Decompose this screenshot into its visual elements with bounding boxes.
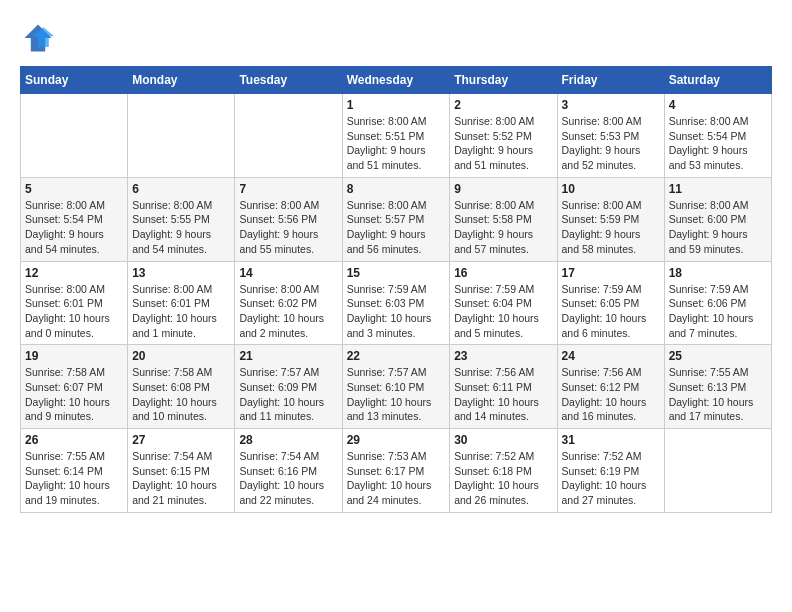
calendar-day-cell: 26Sunrise: 7:55 AMSunset: 6:14 PMDayligh… [21, 429, 128, 513]
calendar-day-cell: 3Sunrise: 8:00 AMSunset: 5:53 PMDaylight… [557, 94, 664, 178]
day-info: Sunrise: 7:52 AMSunset: 6:18 PMDaylight:… [454, 449, 552, 508]
day-number: 30 [454, 433, 552, 447]
calendar-day-cell: 18Sunrise: 7:59 AMSunset: 6:06 PMDayligh… [664, 261, 771, 345]
calendar-day-cell [21, 94, 128, 178]
calendar-header-cell: Saturday [664, 67, 771, 94]
logo-icon [20, 20, 56, 56]
day-number: 9 [454, 182, 552, 196]
calendar-day-cell: 6Sunrise: 8:00 AMSunset: 5:55 PMDaylight… [128, 177, 235, 261]
day-number: 19 [25, 349, 123, 363]
calendar-week-row: 26Sunrise: 7:55 AMSunset: 6:14 PMDayligh… [21, 429, 772, 513]
day-info: Sunrise: 7:55 AMSunset: 6:14 PMDaylight:… [25, 449, 123, 508]
day-info: Sunrise: 8:00 AMSunset: 5:55 PMDaylight:… [132, 198, 230, 257]
day-number: 10 [562, 182, 660, 196]
day-info: Sunrise: 7:55 AMSunset: 6:13 PMDaylight:… [669, 365, 767, 424]
day-info: Sunrise: 7:57 AMSunset: 6:09 PMDaylight:… [239, 365, 337, 424]
calendar-day-cell: 31Sunrise: 7:52 AMSunset: 6:19 PMDayligh… [557, 429, 664, 513]
day-info: Sunrise: 8:00 AMSunset: 5:53 PMDaylight:… [562, 114, 660, 173]
day-number: 31 [562, 433, 660, 447]
calendar-day-cell: 21Sunrise: 7:57 AMSunset: 6:09 PMDayligh… [235, 345, 342, 429]
day-number: 11 [669, 182, 767, 196]
day-info: Sunrise: 7:53 AMSunset: 6:17 PMDaylight:… [347, 449, 446, 508]
logo [20, 20, 60, 56]
day-number: 8 [347, 182, 446, 196]
calendar-day-cell: 22Sunrise: 7:57 AMSunset: 6:10 PMDayligh… [342, 345, 450, 429]
calendar-week-row: 1Sunrise: 8:00 AMSunset: 5:51 PMDaylight… [21, 94, 772, 178]
calendar-day-cell: 11Sunrise: 8:00 AMSunset: 6:00 PMDayligh… [664, 177, 771, 261]
calendar-day-cell [128, 94, 235, 178]
calendar-header-cell: Tuesday [235, 67, 342, 94]
calendar-day-cell: 20Sunrise: 7:58 AMSunset: 6:08 PMDayligh… [128, 345, 235, 429]
calendar-header-cell: Wednesday [342, 67, 450, 94]
day-info: Sunrise: 7:56 AMSunset: 6:12 PMDaylight:… [562, 365, 660, 424]
calendar-day-cell: 16Sunrise: 7:59 AMSunset: 6:04 PMDayligh… [450, 261, 557, 345]
calendar-day-cell [235, 94, 342, 178]
day-number: 15 [347, 266, 446, 280]
day-number: 22 [347, 349, 446, 363]
day-number: 29 [347, 433, 446, 447]
day-number: 28 [239, 433, 337, 447]
calendar-header-cell: Friday [557, 67, 664, 94]
day-number: 4 [669, 98, 767, 112]
calendar-day-cell: 30Sunrise: 7:52 AMSunset: 6:18 PMDayligh… [450, 429, 557, 513]
calendar-day-cell: 7Sunrise: 8:00 AMSunset: 5:56 PMDaylight… [235, 177, 342, 261]
day-info: Sunrise: 7:54 AMSunset: 6:15 PMDaylight:… [132, 449, 230, 508]
day-info: Sunrise: 7:56 AMSunset: 6:11 PMDaylight:… [454, 365, 552, 424]
day-number: 20 [132, 349, 230, 363]
calendar-day-cell: 13Sunrise: 8:00 AMSunset: 6:01 PMDayligh… [128, 261, 235, 345]
day-info: Sunrise: 8:00 AMSunset: 6:02 PMDaylight:… [239, 282, 337, 341]
day-info: Sunrise: 8:00 AMSunset: 5:54 PMDaylight:… [669, 114, 767, 173]
calendar-day-cell: 2Sunrise: 8:00 AMSunset: 5:52 PMDaylight… [450, 94, 557, 178]
day-number: 16 [454, 266, 552, 280]
day-info: Sunrise: 7:59 AMSunset: 6:05 PMDaylight:… [562, 282, 660, 341]
day-number: 26 [25, 433, 123, 447]
calendar-day-cell: 29Sunrise: 7:53 AMSunset: 6:17 PMDayligh… [342, 429, 450, 513]
day-number: 1 [347, 98, 446, 112]
day-info: Sunrise: 8:00 AMSunset: 5:57 PMDaylight:… [347, 198, 446, 257]
calendar-week-row: 12Sunrise: 8:00 AMSunset: 6:01 PMDayligh… [21, 261, 772, 345]
calendar-week-row: 5Sunrise: 8:00 AMSunset: 5:54 PMDaylight… [21, 177, 772, 261]
calendar-header-cell: Monday [128, 67, 235, 94]
day-number: 25 [669, 349, 767, 363]
calendar-day-cell: 4Sunrise: 8:00 AMSunset: 5:54 PMDaylight… [664, 94, 771, 178]
calendar-day-cell: 9Sunrise: 8:00 AMSunset: 5:58 PMDaylight… [450, 177, 557, 261]
day-info: Sunrise: 8:00 AMSunset: 5:59 PMDaylight:… [562, 198, 660, 257]
calendar-day-cell: 27Sunrise: 7:54 AMSunset: 6:15 PMDayligh… [128, 429, 235, 513]
day-number: 27 [132, 433, 230, 447]
calendar-day-cell [664, 429, 771, 513]
day-info: Sunrise: 7:57 AMSunset: 6:10 PMDaylight:… [347, 365, 446, 424]
day-info: Sunrise: 8:00 AMSunset: 5:58 PMDaylight:… [454, 198, 552, 257]
day-number: 7 [239, 182, 337, 196]
calendar-day-cell: 28Sunrise: 7:54 AMSunset: 6:16 PMDayligh… [235, 429, 342, 513]
calendar-day-cell: 17Sunrise: 7:59 AMSunset: 6:05 PMDayligh… [557, 261, 664, 345]
day-number: 24 [562, 349, 660, 363]
day-info: Sunrise: 8:00 AMSunset: 5:52 PMDaylight:… [454, 114, 552, 173]
calendar-header-cell: Sunday [21, 67, 128, 94]
calendar-day-cell: 23Sunrise: 7:56 AMSunset: 6:11 PMDayligh… [450, 345, 557, 429]
day-number: 6 [132, 182, 230, 196]
calendar-table: SundayMondayTuesdayWednesdayThursdayFrid… [20, 66, 772, 513]
day-number: 12 [25, 266, 123, 280]
day-number: 13 [132, 266, 230, 280]
calendar-day-cell: 5Sunrise: 8:00 AMSunset: 5:54 PMDaylight… [21, 177, 128, 261]
header [20, 20, 772, 56]
calendar-day-cell: 25Sunrise: 7:55 AMSunset: 6:13 PMDayligh… [664, 345, 771, 429]
calendar-day-cell: 8Sunrise: 8:00 AMSunset: 5:57 PMDaylight… [342, 177, 450, 261]
calendar-day-cell: 1Sunrise: 8:00 AMSunset: 5:51 PMDaylight… [342, 94, 450, 178]
day-info: Sunrise: 7:52 AMSunset: 6:19 PMDaylight:… [562, 449, 660, 508]
day-info: Sunrise: 8:00 AMSunset: 6:00 PMDaylight:… [669, 198, 767, 257]
day-info: Sunrise: 8:00 AMSunset: 5:51 PMDaylight:… [347, 114, 446, 173]
day-number: 14 [239, 266, 337, 280]
calendar-day-cell: 12Sunrise: 8:00 AMSunset: 6:01 PMDayligh… [21, 261, 128, 345]
day-number: 17 [562, 266, 660, 280]
day-number: 2 [454, 98, 552, 112]
day-info: Sunrise: 8:00 AMSunset: 5:56 PMDaylight:… [239, 198, 337, 257]
calendar-day-cell: 15Sunrise: 7:59 AMSunset: 6:03 PMDayligh… [342, 261, 450, 345]
day-info: Sunrise: 8:00 AMSunset: 6:01 PMDaylight:… [25, 282, 123, 341]
calendar-header-cell: Thursday [450, 67, 557, 94]
day-info: Sunrise: 7:59 AMSunset: 6:04 PMDaylight:… [454, 282, 552, 341]
day-info: Sunrise: 8:00 AMSunset: 5:54 PMDaylight:… [25, 198, 123, 257]
calendar-header-row: SundayMondayTuesdayWednesdayThursdayFrid… [21, 67, 772, 94]
calendar-day-cell: 14Sunrise: 8:00 AMSunset: 6:02 PMDayligh… [235, 261, 342, 345]
day-number: 5 [25, 182, 123, 196]
